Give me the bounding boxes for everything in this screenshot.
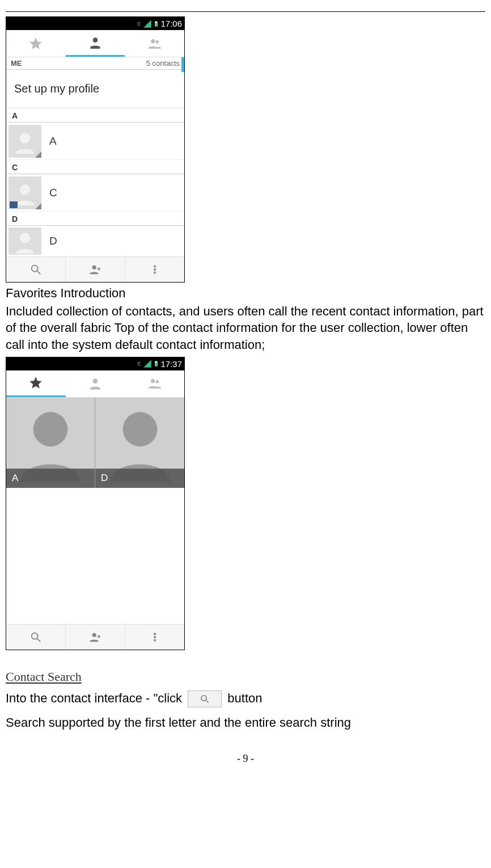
- contact-name: C: [49, 187, 57, 199]
- search-icon: [200, 694, 210, 704]
- bottom-bar: [6, 256, 184, 282]
- status-time: 17:37: [160, 359, 182, 369]
- contact-name: A: [49, 135, 57, 148]
- tab-contacts[interactable]: [66, 370, 125, 397]
- add-person-icon: [89, 263, 101, 276]
- setup-profile-row[interactable]: Set up my profile: [6, 70, 184, 108]
- svg-rect-27: [154, 636, 156, 638]
- avatar: [9, 125, 41, 158]
- setup-profile-label: Set up my profile: [14, 82, 99, 95]
- contacts-count: 5 contacts: [146, 59, 180, 68]
- svg-point-7: [20, 184, 30, 195]
- svg-point-8: [20, 233, 30, 243]
- svg-point-4: [151, 39, 155, 43]
- svg-line-24: [37, 639, 41, 642]
- page-top-rule: [6, 11, 485, 12]
- menu-button[interactable]: [125, 625, 184, 650]
- contact-row[interactable]: C: [6, 174, 184, 212]
- svg-point-21: [33, 412, 68, 447]
- svg-point-25: [92, 633, 96, 637]
- star-icon: [28, 376, 43, 390]
- tabs: [6, 370, 184, 398]
- svg-point-2: [93, 37, 98, 43]
- svg-point-29: [201, 696, 206, 701]
- battery-icon: [153, 19, 159, 28]
- svg-point-17: [93, 379, 98, 384]
- svg-line-30: [206, 700, 209, 703]
- signal-icon: [143, 359, 152, 368]
- search-icon: [29, 631, 42, 643]
- overflow-menu-icon: [149, 631, 161, 643]
- favorite-label: A: [6, 469, 95, 488]
- empty-area: [6, 488, 184, 624]
- person-icon: [88, 35, 103, 50]
- tabs: [6, 30, 184, 57]
- avatar: [9, 176, 41, 209]
- tab-contacts[interactable]: [66, 30, 125, 57]
- svg-point-20: [155, 380, 159, 384]
- svg-point-11: [92, 266, 96, 269]
- svg-rect-26: [154, 633, 156, 635]
- svg-rect-12: [154, 266, 156, 268]
- status-time: 17:06: [160, 19, 182, 28]
- svg-line-10: [37, 271, 41, 275]
- contact-search-heading: Contact Search: [6, 669, 485, 684]
- svg-point-22: [122, 412, 157, 447]
- tab-groups[interactable]: [125, 30, 184, 57]
- svg-rect-3: [90, 48, 100, 49]
- search-button[interactable]: [6, 625, 66, 650]
- svg-point-19: [151, 379, 155, 383]
- contact-search-line2: Search supported by the first letter and…: [6, 714, 485, 731]
- me-header: ME 5 contacts: [6, 57, 184, 70]
- favorites-heading: Favorites Introduction: [6, 285, 485, 302]
- add-contact-button[interactable]: [66, 257, 125, 282]
- search-icon: [29, 263, 42, 276]
- screenshot-favorites: E 17:37 A: [6, 357, 185, 650]
- avatar: [9, 227, 41, 255]
- tab-favorites[interactable]: [6, 370, 66, 397]
- status-bar: E 17:37: [6, 357, 184, 370]
- scroll-indicator: [181, 57, 184, 72]
- svg-rect-16: [155, 363, 158, 366]
- add-person-icon: [89, 631, 101, 643]
- screenshot-contacts: E 17:06 ME 5 contacts Set up my profile: [6, 16, 185, 283]
- sim-badge-icon: [10, 201, 18, 208]
- svg-point-5: [155, 40, 159, 43]
- svg-point-9: [32, 266, 38, 272]
- svg-rect-18: [90, 389, 100, 390]
- inline-search-button[interactable]: [188, 690, 222, 707]
- letter-header-d: D: [6, 212, 184, 226]
- bottom-bar: [6, 624, 184, 650]
- svg-rect-28: [154, 639, 156, 641]
- favorite-tile[interactable]: A: [6, 398, 95, 488]
- contact-search-line1: Into the contact interface - "click butt…: [6, 690, 485, 707]
- svg-point-6: [20, 133, 30, 143]
- favorite-tile[interactable]: D: [95, 398, 184, 488]
- overflow-menu-icon: [149, 263, 161, 276]
- contact-name: D: [49, 235, 57, 247]
- letter-header-a: A: [6, 108, 184, 123]
- svg-rect-13: [154, 268, 156, 271]
- favorite-label: D: [95, 469, 184, 488]
- group-icon: [147, 36, 162, 51]
- group-icon: [147, 376, 162, 391]
- signal-icon: [143, 19, 152, 28]
- search-button[interactable]: [6, 257, 66, 282]
- tab-favorites[interactable]: [6, 30, 66, 57]
- favorites-grid: A D: [6, 398, 184, 488]
- svg-rect-14: [154, 272, 156, 274]
- status-bar: E 17:06: [6, 17, 184, 30]
- add-contact-button[interactable]: [66, 625, 125, 650]
- avatar-placeholder-icon: [12, 229, 37, 254]
- text-part-a: Into the contact interface - "click: [6, 691, 182, 705]
- me-label: ME: [11, 59, 22, 68]
- contact-row[interactable]: D: [6, 226, 184, 256]
- tab-groups[interactable]: [125, 370, 184, 397]
- svg-rect-1: [155, 23, 158, 26]
- menu-button[interactable]: [125, 257, 184, 282]
- contact-row[interactable]: A: [6, 123, 184, 160]
- star-icon: [28, 36, 43, 51]
- letter-header-c: C: [6, 160, 184, 174]
- battery-icon: [153, 359, 159, 368]
- avatar-placeholder-icon: [12, 129, 37, 154]
